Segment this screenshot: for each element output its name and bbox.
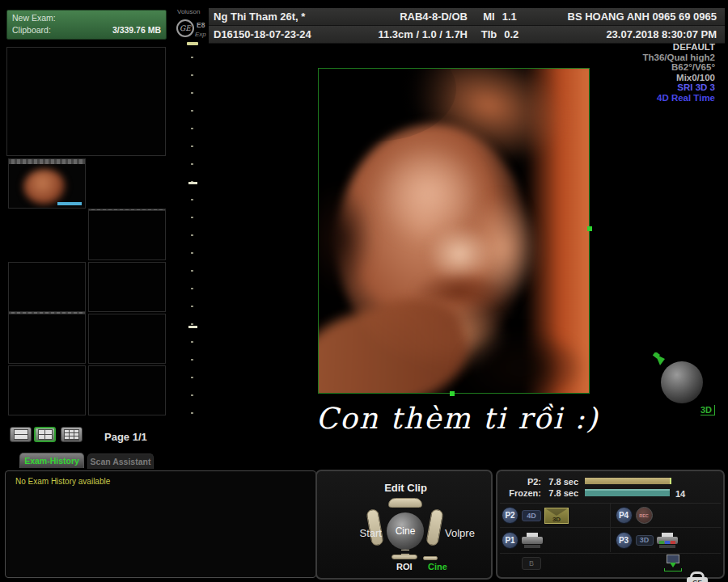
ge-service-label: GE — [692, 579, 702, 582]
trackball-left-function: Start — [340, 527, 382, 539]
trackball-top-key-icon[interactable] — [388, 498, 422, 508]
p2-time-value: 7.8 sec — [544, 477, 578, 487]
b-mode-button[interactable]: B — [522, 557, 541, 570]
p2-button-label: P2 — [505, 511, 514, 520]
send-3d-envelope-icon[interactable]: 3D — [544, 508, 569, 524]
layout-1x2-button[interactable] — [10, 427, 32, 442]
rec-label: REC — [639, 513, 649, 518]
clipboard-empty-slot[interactable] — [8, 262, 86, 312]
trackball-status-panel: Edit Clip Cine Start Volpre ROI Cine — [315, 470, 493, 580]
exam-status-box: New Exam: Clipboard: 3/339.76 MB — [6, 10, 167, 40]
p1-button[interactable]: P1 — [502, 532, 518, 549]
ultrasound-screen: New Exam: Clipboard: 3/339.76 MB Voluson… — [0, 0, 728, 582]
tab-exam-history-label: Exam-History — [24, 456, 79, 466]
p3-button[interactable]: P3 — [616, 532, 633, 549]
bottom-left-key-icon[interactable] — [392, 555, 417, 559]
3d-print-label: 3D — [640, 536, 650, 544]
clipboard-empty-slot[interactable] — [8, 314, 86, 364]
p2-button-group: P2 4D 3D — [500, 504, 611, 528]
orientation-sphere-icon[interactable] — [661, 361, 703, 403]
p3-button-label: P3 — [619, 536, 629, 545]
doctor-name: BS HOANG ANH 0965 69 0965 — [532, 11, 725, 23]
thumbnail-progress-bar — [57, 202, 82, 205]
setting-mix: Mix0/100 — [594, 73, 715, 83]
thumbnail-image — [23, 169, 66, 205]
ge-service-icon[interactable]: GE — [687, 571, 708, 582]
probe-orientation-marker — [187, 42, 198, 45]
clipboard-empty-slot[interactable] — [88, 314, 166, 364]
exam-history-panel: No Exam History available — [5, 470, 316, 578]
print-button-grid: P2 4D 3D P4 REC P1 P3 3D — [500, 504, 721, 552]
settings-overlay: DEFAULT Th36/Qual high2 B62°/V65° Mix0/1… — [594, 42, 715, 103]
patient-row-2: D16150-18-07-23-24 11.3cm / 1.0 / 1.7H T… — [209, 26, 725, 44]
clipboard-empty-slot[interactable] — [88, 210, 166, 260]
color-printer-icon[interactable] — [657, 533, 678, 548]
frame-counter: 14 — [675, 489, 692, 499]
bottom-right-function: Cine — [428, 562, 447, 571]
setting-sri: SRI 3D 3 — [594, 82, 715, 93]
tab-exam-history[interactable]: Exam-History — [19, 453, 84, 468]
clipboard-thumbnail-1[interactable] — [8, 158, 86, 209]
depth-freq-value: 11.3cm / 1.0 / 1.7H — [342, 28, 468, 40]
voluson-brand-label: Voluson — [177, 8, 200, 15]
tab-scan-assistant-label: Scan Assistant — [91, 457, 151, 466]
divider — [500, 553, 721, 554]
patient-name: Ng Thi Tham 26t, * — [209, 11, 342, 23]
patient-row-1: Ng Thi Tham 26t, * RAB4-8-D/OB MI 1.1 BS… — [209, 8, 725, 26]
rec-icon[interactable]: REC — [636, 507, 653, 524]
clipboard-empty-slot[interactable] — [88, 365, 166, 415]
render-mode-badge: 3D — [700, 405, 715, 415]
4d-mode-button[interactable]: 4D — [522, 510, 541, 521]
network-status-icon[interactable] — [663, 555, 681, 572]
p2-progress-bar — [585, 478, 671, 484]
page-indicator: Page 1/1 — [104, 431, 147, 443]
p1-button-label: P1 — [505, 536, 514, 545]
logo-tier-label: Exp — [195, 31, 206, 38]
p4-button[interactable]: P4 — [616, 507, 633, 524]
setting-preset: DEFAULT — [594, 42, 715, 53]
trackball-center-label: Cine — [396, 525, 416, 537]
envelope-3d-label: 3D — [552, 516, 561, 523]
grid-2x2-icon — [38, 429, 53, 440]
depth-ruler-major-tick — [188, 326, 197, 328]
p1-button-group: P1 — [500, 528, 611, 552]
4d-button-label: 4D — [527, 512, 536, 520]
frozen-time-value: 7.8 sec — [544, 488, 578, 498]
roi-handle-bottom[interactable] — [450, 391, 455, 396]
p3-button-group: P3 3D — [611, 528, 722, 552]
roi-handle-right[interactable] — [587, 226, 592, 231]
3d-print-button[interactable]: 3D — [636, 535, 654, 546]
exam-history-empty-message: No Exam History available — [6, 471, 315, 491]
setting-4d-realtime: 4D Real Time — [594, 93, 715, 103]
tab-scan-assistant[interactable]: Scan Assistant — [87, 453, 154, 469]
bw-printer-icon[interactable] — [522, 533, 543, 548]
p4-button-group: P4 REC — [611, 504, 722, 528]
clipboard-empty-slot[interactable] — [88, 262, 166, 312]
layout-2x2-button[interactable] — [34, 427, 56, 442]
record-status-panel: P2: 7.8 sec Frozen: 7.8 sec 14 P2 4D 3D … — [496, 470, 725, 579]
p2-button[interactable]: P2 — [502, 507, 518, 524]
trackball-mode-title: Edit Clip — [317, 482, 494, 494]
trackball-icon[interactable]: Cine — [387, 512, 424, 550]
annotation-caption: Con thèm ti rồi :) — [310, 402, 605, 435]
render-roi-box[interactable] — [318, 68, 590, 394]
trackball-right-key-icon[interactable] — [425, 508, 444, 546]
ge-monogram: GE — [180, 24, 191, 32]
mi-label: MI — [483, 11, 494, 23]
clipboard-label: Clipboard: — [12, 24, 51, 36]
trackball-right-function: Volpre — [445, 527, 475, 539]
depth-ruler-major-tick — [188, 182, 197, 184]
clipboard-preview-slot[interactable] — [6, 47, 166, 156]
grid-3x3-icon — [64, 429, 79, 441]
thumbnail-header — [9, 159, 85, 164]
clipboard-empty-slot[interactable] — [8, 365, 86, 415]
clipboard-usage: 3/339.76 MB — [112, 24, 161, 36]
mi-value: 1.1 — [502, 11, 517, 23]
layout-3x3-button[interactable] — [61, 427, 83, 442]
bottom-right-key-icon[interactable] — [423, 556, 438, 560]
tib-label: TIb — [481, 28, 497, 40]
p2-time-label: P2: — [497, 477, 541, 487]
exam-id: D16150-18-07-23-24 — [209, 28, 342, 40]
datetime: 23.07.2018 8:30:07 PM — [532, 28, 725, 40]
frozen-progress-bar — [585, 489, 670, 496]
